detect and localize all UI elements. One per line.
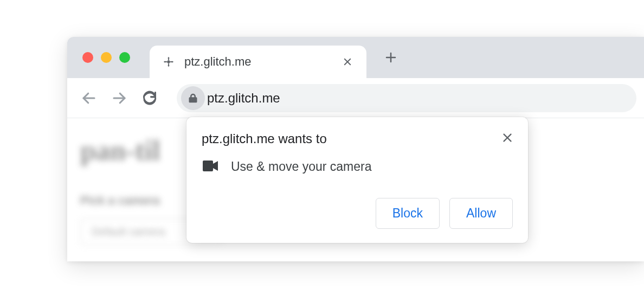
new-tab-button[interactable] — [377, 44, 404, 71]
site-info-button[interactable] — [181, 86, 205, 110]
lock-icon — [188, 93, 198, 104]
prompt-buttons: Block Allow — [202, 198, 513, 229]
svg-point-0 — [168, 61, 170, 63]
camera-icon — [203, 160, 218, 174]
permission-prompt: ptz.glitch.me wants to Use & move your c… — [186, 117, 528, 243]
svg-rect-1 — [203, 161, 213, 171]
window-close-button[interactable] — [82, 52, 93, 63]
address-bar[interactable]: ptz.glitch.me — [177, 84, 636, 112]
forward-button[interactable] — [105, 84, 133, 112]
prompt-permission-text: Use & move your camera — [231, 159, 371, 174]
back-button[interactable] — [75, 84, 103, 112]
browser-tab[interactable]: ptz.glitch.me — [150, 46, 366, 78]
reload-button[interactable] — [136, 84, 164, 112]
prompt-title: ptz.glitch.me wants to — [202, 131, 513, 146]
url-text: ptz.glitch.me — [207, 91, 280, 106]
block-button[interactable]: Block — [376, 198, 440, 229]
window-controls — [67, 52, 130, 63]
tab-favicon-icon — [162, 55, 176, 69]
tab-close-button[interactable] — [339, 54, 356, 70]
tab-strip: ptz.glitch.me — [67, 37, 644, 78]
toolbar: ptz.glitch.me — [67, 78, 644, 118]
prompt-permission-row: Use & move your camera — [202, 159, 513, 174]
window-minimize-button[interactable] — [101, 52, 112, 63]
prompt-close-button[interactable] — [499, 129, 516, 146]
allow-button[interactable]: Allow — [449, 198, 513, 229]
window-maximize-button[interactable] — [119, 52, 130, 63]
tab-title: ptz.glitch.me — [184, 55, 339, 69]
